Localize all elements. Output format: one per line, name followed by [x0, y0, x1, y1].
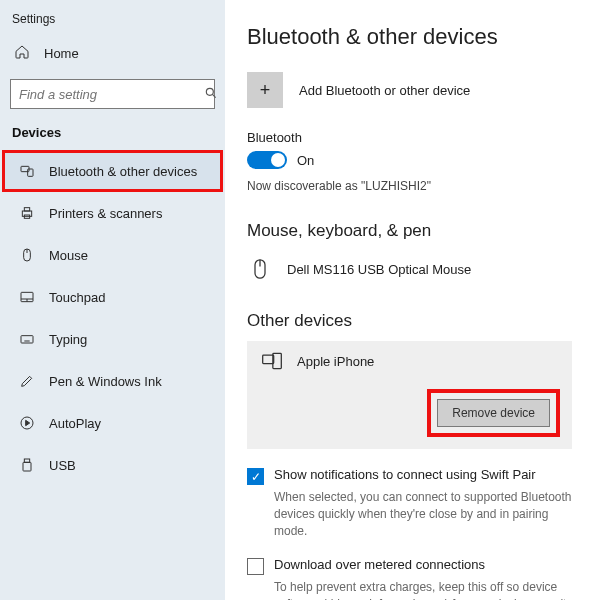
bluetooth-label: Bluetooth: [247, 130, 572, 145]
sidebar-item-printers[interactable]: Printers & scanners: [2, 192, 223, 234]
svg-point-0: [206, 88, 213, 95]
svg-rect-12: [21, 336, 33, 343]
search-box[interactable]: [10, 79, 215, 109]
sidebar-item-label: Typing: [49, 332, 87, 347]
sidebar-item-typing[interactable]: Typing: [2, 318, 223, 360]
app-title: Settings: [0, 8, 225, 34]
sidebar-section-label: Devices: [0, 119, 225, 150]
svg-line-1: [212, 94, 215, 97]
sidebar-item-autoplay[interactable]: AutoPlay: [2, 402, 223, 444]
other-heading: Other devices: [247, 311, 572, 331]
autoplay-icon: [19, 415, 35, 431]
sidebar-item-mouse[interactable]: Mouse: [2, 234, 223, 276]
mouse-device-icon: [247, 257, 273, 281]
sidebar-item-bluetooth[interactable]: Bluetooth & other devices: [2, 150, 223, 192]
device-name: Dell MS116 USB Optical Mouse: [287, 262, 471, 277]
mkp-heading: Mouse, keyboard, & pen: [247, 221, 572, 241]
printer-icon: [19, 205, 35, 221]
checkbox-checked-icon: ✓: [247, 468, 264, 485]
swift-pair-checkbox-row[interactable]: ✓ Show notifications to connect using Sw…: [247, 467, 572, 485]
sidebar-item-label: Touchpad: [49, 290, 105, 305]
usb-icon: [19, 457, 35, 473]
svg-rect-4: [22, 211, 31, 216]
page-title: Bluetooth & other devices: [247, 24, 572, 50]
metered-description: To help prevent extra charges, keep this…: [274, 579, 572, 600]
sidebar-item-label: Bluetooth & other devices: [49, 164, 197, 179]
bluetooth-toggle[interactable]: [247, 151, 287, 169]
home-icon: [14, 44, 30, 63]
remove-highlight: Remove device: [427, 389, 560, 437]
svg-marker-18: [26, 420, 30, 425]
sidebar-item-label: Mouse: [49, 248, 88, 263]
svg-rect-23: [263, 355, 274, 363]
search-input[interactable]: [11, 87, 196, 102]
sidebar-item-usb[interactable]: USB: [2, 444, 223, 486]
sidebar: Settings Home Devices Bluetooth & other …: [0, 0, 225, 600]
sidebar-item-label: USB: [49, 458, 76, 473]
phone-icon: [259, 351, 285, 371]
add-device-label: Add Bluetooth or other device: [299, 83, 470, 98]
swift-pair-description: When selected, you can connect to suppor…: [274, 489, 572, 539]
sidebar-item-touchpad[interactable]: Touchpad: [2, 276, 223, 318]
sidebar-item-label: AutoPlay: [49, 416, 101, 431]
metered-label: Download over metered connections: [274, 557, 485, 572]
swift-pair-label: Show notifications to connect using Swif…: [274, 467, 536, 482]
device-row-mouse[interactable]: Dell MS116 USB Optical Mouse: [247, 251, 572, 287]
add-device-button[interactable]: + Add Bluetooth or other device: [247, 72, 572, 108]
sidebar-item-pen[interactable]: Pen & Windows Ink: [2, 360, 223, 402]
main-panel: Bluetooth & other devices + Add Bluetoot…: [225, 0, 590, 600]
mouse-icon: [19, 247, 35, 263]
device-card-iphone[interactable]: Apple iPhone Remove device: [247, 341, 572, 449]
home-label: Home: [44, 46, 79, 61]
pen-icon: [19, 373, 35, 389]
checkbox-unchecked-icon: [247, 558, 264, 575]
remove-device-button[interactable]: Remove device: [437, 399, 550, 427]
search-icon: [196, 86, 226, 103]
metered-checkbox-row[interactable]: Download over metered connections: [247, 557, 572, 575]
home-nav[interactable]: Home: [0, 34, 225, 73]
svg-rect-20: [23, 462, 31, 471]
plus-icon: +: [247, 72, 283, 108]
keyboard-icon: [19, 331, 35, 347]
discoverable-text: Now discoverable as "LUZHISHI2": [247, 179, 572, 193]
sidebar-item-label: Printers & scanners: [49, 206, 162, 221]
touchpad-icon: [19, 289, 35, 305]
svg-rect-3: [28, 169, 33, 176]
bluetooth-state: On: [297, 153, 314, 168]
bluetooth-devices-icon: [19, 163, 35, 179]
sidebar-item-label: Pen & Windows Ink: [49, 374, 162, 389]
device-name: Apple iPhone: [297, 354, 374, 369]
svg-rect-5: [24, 208, 29, 211]
